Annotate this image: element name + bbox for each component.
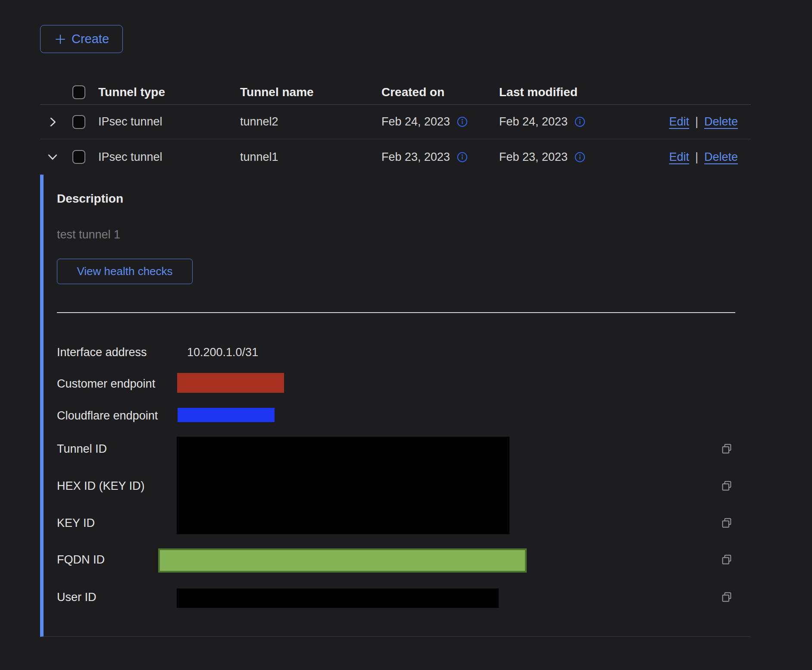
cloudflare-endpoint-redacted-value xyxy=(178,408,275,422)
row-checkbox[interactable] xyxy=(72,115,85,129)
info-icon[interactable] xyxy=(456,151,468,163)
action-separator: | xyxy=(695,150,698,164)
select-all-checkbox[interactable] xyxy=(72,85,85,99)
info-icon[interactable] xyxy=(574,116,586,128)
interface-address-label: Interface address xyxy=(57,346,147,359)
create-button[interactable]: Create xyxy=(40,25,123,53)
copy-icon[interactable] xyxy=(720,553,733,566)
header-tunnel-name: Tunnel name xyxy=(240,85,381,99)
info-icon[interactable] xyxy=(456,116,468,128)
view-health-checks-button[interactable]: View health checks xyxy=(57,259,193,284)
customer-endpoint-label: Customer endpoint xyxy=(57,377,155,391)
panel-divider xyxy=(57,312,735,313)
delete-link[interactable]: Delete xyxy=(704,115,738,128)
created-on-value: Feb 23, 2023 xyxy=(381,150,450,164)
table-row: IPsec tunnel tunnel1 Feb 23, 2023 Feb 23… xyxy=(40,139,751,175)
last-modified-value: Feb 23, 2023 xyxy=(499,150,568,164)
create-button-label: Create xyxy=(72,32,109,46)
tunnel-id-label: Tunnel ID xyxy=(57,442,107,456)
edit-link[interactable]: Edit xyxy=(669,150,689,164)
key-id-label: KEY ID xyxy=(57,517,95,530)
interface-address-value: 10.200.1.0/31 xyxy=(187,346,258,359)
header-tunnel-type: Tunnel type xyxy=(93,85,240,99)
copy-icon[interactable] xyxy=(720,442,733,455)
copy-icon[interactable] xyxy=(720,479,733,492)
copy-icon[interactable] xyxy=(720,590,733,603)
copy-icon[interactable] xyxy=(720,516,733,529)
info-icon[interactable] xyxy=(574,151,586,163)
tunnel-detail-panel: Description test tunnel 1 View health ch… xyxy=(40,175,751,637)
tunnel-name-value: tunnel1 xyxy=(240,150,381,164)
table-header: Tunnel type Tunnel name Created on Last … xyxy=(40,80,751,105)
customer-endpoint-redacted-value xyxy=(177,373,284,393)
fqdn-id-redacted-value xyxy=(158,548,527,573)
header-last-modified: Last modified xyxy=(499,85,646,99)
header-created-on: Created on xyxy=(381,85,499,99)
ids-redacted-values xyxy=(177,437,509,534)
hex-id-label: HEX ID (KEY ID) xyxy=(57,479,145,493)
plus-icon xyxy=(54,33,67,46)
created-on-value: Feb 24, 2023 xyxy=(381,115,450,128)
collapse-chevron-down-icon[interactable] xyxy=(46,150,59,163)
row-checkbox[interactable] xyxy=(72,150,85,164)
edit-link[interactable]: Edit xyxy=(669,115,689,128)
action-separator: | xyxy=(695,115,698,128)
tunnel-type-value: IPsec tunnel xyxy=(93,115,240,128)
user-id-label: User ID xyxy=(57,591,97,604)
view-health-checks-label: View health checks xyxy=(77,265,172,278)
description-label: Description xyxy=(57,192,123,206)
user-id-redacted-value xyxy=(177,589,499,608)
tunnel-name-value: tunnel2 xyxy=(240,115,381,128)
fqdn-id-label: FQDN ID xyxy=(57,553,105,567)
cloudflare-endpoint-label: Cloudflare endpoint xyxy=(57,409,158,423)
delete-link[interactable]: Delete xyxy=(704,150,738,164)
last-modified-value: Feb 24, 2023 xyxy=(499,115,568,128)
description-value: test tunnel 1 xyxy=(57,228,120,241)
tunnel-type-value: IPsec tunnel xyxy=(93,150,240,164)
expand-chevron-right-icon[interactable] xyxy=(46,116,59,128)
table-row: IPsec tunnel tunnel2 Feb 24, 2023 Feb 24… xyxy=(40,105,751,139)
